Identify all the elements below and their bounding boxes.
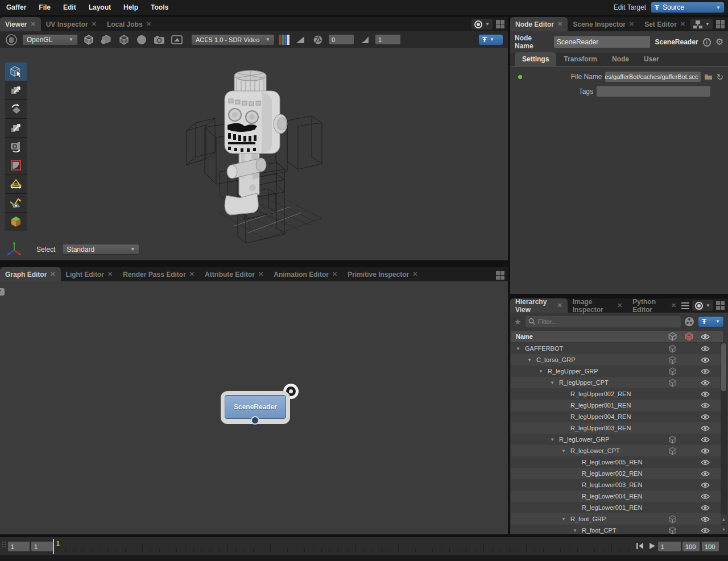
visibility-eye-icon[interactable] xyxy=(701,482,710,488)
visibility-eye-icon[interactable] xyxy=(701,527,710,534)
scrollbar-thumb[interactable] xyxy=(721,343,726,391)
exposure-field[interactable]: 0 xyxy=(329,35,354,44)
file-name-input[interactable]: rces/gafferBot/caches/gafferBot.scc xyxy=(605,72,701,82)
node-set-menu[interactable]: ▼ xyxy=(690,19,713,30)
info-icon[interactable]: i xyxy=(703,38,711,47)
play-button[interactable] xyxy=(649,542,656,550)
tab-node-editor[interactable]: Node Editor✕ xyxy=(510,17,568,31)
hierarchy-pin-dropdown[interactable]: Ŧ▼ xyxy=(698,316,724,327)
exposure-icon[interactable] xyxy=(293,34,307,46)
layout-menu-icon[interactable] xyxy=(496,271,504,280)
close-tab-icon[interactable]: ✕ xyxy=(107,271,113,278)
expansion-cube-icon[interactable] xyxy=(668,367,677,376)
lighting-sphere-icon[interactable] xyxy=(135,34,148,46)
tree-row-r_leglower_cpt[interactable]: ▼R_legLower_CPT xyxy=(511,445,723,456)
select-mode-dropdown[interactable]: Standard ▼ xyxy=(62,244,139,255)
visibility-eye-icon[interactable] xyxy=(701,391,710,397)
light-position-tool[interactable] xyxy=(5,175,27,193)
expansion-cube-icon[interactable] xyxy=(668,526,677,534)
tab-render-pass-editor[interactable]: Render Pass Editor✕ xyxy=(118,267,200,281)
menu-gaffer[interactable]: Gaffer xyxy=(0,3,32,11)
expand-arrow-icon[interactable]: ▼ xyxy=(561,448,566,454)
expand-arrow-icon[interactable]: ▼ xyxy=(573,528,577,533)
close-tab-icon[interactable]: ✕ xyxy=(557,20,562,28)
render-column-icon[interactable] xyxy=(685,332,693,341)
visibility-eye-icon[interactable] xyxy=(701,346,710,352)
tab-light-editor[interactable]: Light Editor✕ xyxy=(61,267,118,281)
tags-input[interactable] xyxy=(597,86,710,97)
expansion-cube-icon[interactable] xyxy=(668,344,677,353)
gamma-icon[interactable] xyxy=(358,34,371,46)
visibility-eye-icon[interactable] xyxy=(701,380,710,386)
tab-primitive-inspector[interactable]: Primitive Inspector✕ xyxy=(342,267,423,281)
visibility-eye-icon[interactable] xyxy=(701,414,710,420)
scroll-up-arrow[interactable]: ▲ xyxy=(721,514,727,524)
close-tab-icon[interactable]: ✕ xyxy=(189,271,195,278)
crop-window-tool[interactable] xyxy=(5,156,27,174)
tab-local-jobs[interactable]: Local Jobs✕ xyxy=(102,17,156,31)
close-tab-icon[interactable]: ✕ xyxy=(680,20,685,28)
visibility-eye-icon[interactable] xyxy=(701,402,710,409)
selection-tool[interactable] xyxy=(5,63,27,81)
tab-viewer[interactable]: Viewer✕ xyxy=(0,17,41,31)
close-tab-icon[interactable]: ✕ xyxy=(617,302,622,309)
menu-icon[interactable] xyxy=(681,302,689,309)
tree-row-r_legupper_cpt[interactable]: ▼R_legUpper_CPT xyxy=(511,377,723,388)
expand-arrow-icon[interactable]: ▼ xyxy=(516,346,520,351)
shutter-icon[interactable] xyxy=(311,34,325,46)
shading-mode-icon[interactable] xyxy=(82,34,96,46)
renderer-dropdown[interactable]: OpenGL ▼ xyxy=(22,34,78,45)
viewer-pin-dropdown[interactable]: Ŧ▼ xyxy=(478,34,503,45)
visualiser-tool[interactable] xyxy=(5,213,27,231)
tree-row-r_legupper_grp[interactable]: ▼R_legUpper_GRP xyxy=(511,365,723,377)
close-tab-icon[interactable]: ✕ xyxy=(92,20,97,28)
expansion-column-icon[interactable] xyxy=(668,332,677,341)
tree-row-r_legupper003_ren[interactable]: R_legUpper003_REN xyxy=(511,422,723,434)
viewer-focus-menu[interactable]: ▼ xyxy=(471,19,493,30)
menu-help[interactable]: Help xyxy=(117,3,144,11)
menu-tools[interactable]: Tools xyxy=(144,3,175,11)
visibility-column-icon[interactable] xyxy=(701,334,710,340)
close-tab-icon[interactable]: ✕ xyxy=(557,302,562,309)
expansion-mode-icon[interactable] xyxy=(100,34,113,46)
tree-row-r_leglower005_ren[interactable]: R_legLower005_REN xyxy=(511,456,723,468)
tree-row-r_legupper002_ren[interactable]: R_legUpper002_REN xyxy=(511,388,723,400)
go-to-start-button[interactable] xyxy=(636,542,644,550)
scroll-down-arrow[interactable]: ▼ xyxy=(721,525,727,534)
hierarchy-focus-menu[interactable]: ▼ xyxy=(692,300,713,311)
subtab-user[interactable]: User xyxy=(636,52,667,66)
expand-arrow-icon[interactable]: ▼ xyxy=(550,380,555,385)
close-tab-icon[interactable]: ✕ xyxy=(629,20,634,28)
close-tab-icon[interactable]: ✕ xyxy=(332,271,337,278)
subtab-settings[interactable]: Settings xyxy=(515,52,556,66)
visibility-eye-icon[interactable] xyxy=(701,437,710,443)
current-frame-field[interactable]: 1 xyxy=(658,542,681,551)
tree-row-r_foot_grp[interactable]: ▼R_foot_GRP xyxy=(511,513,723,525)
node-name-input[interactable]: SceneReader xyxy=(554,36,651,48)
visibility-eye-icon[interactable] xyxy=(701,505,710,511)
tab-animation-editor[interactable]: Animation Editor✕ xyxy=(268,267,342,281)
layout-menu-icon[interactable] xyxy=(496,20,504,28)
tree-row-r_legupper001_ren[interactable]: R_legUpper001_REN xyxy=(511,400,723,411)
visibility-eye-icon[interactable] xyxy=(701,425,710,431)
pan-hand-icon[interactable] xyxy=(5,34,18,46)
menu-layout[interactable]: Layout xyxy=(82,3,117,11)
tree-row-r_leglower002_ren[interactable]: R_legLower002_REN xyxy=(511,468,723,479)
timeline-ruler[interactable] xyxy=(0,537,728,555)
tree-row-r_legupper004_ren[interactable]: R_legUpper004_REN xyxy=(511,411,723,422)
expansion-cube-icon[interactable] xyxy=(668,356,677,364)
rgba-channels-icon[interactable] xyxy=(279,35,289,45)
graph-editor-canvas[interactable]: SceneReader xyxy=(0,281,508,534)
playback-end-field[interactable]: 100 xyxy=(682,542,700,551)
rotate-tool[interactable] xyxy=(5,100,27,118)
filter-input[interactable] xyxy=(538,318,678,325)
visibility-eye-icon[interactable] xyxy=(701,493,710,500)
scrollbar[interactable]: ▲ ▼ xyxy=(721,343,727,534)
expansion-cube-icon[interactable] xyxy=(668,435,677,444)
tree-row-gafferbot[interactable]: ▼GAFFERBOT xyxy=(511,343,723,354)
tab-graph-editor[interactable]: Graph Editor✕ xyxy=(0,267,61,281)
tree-row-r_leglower_grp[interactable]: ▼R_legLower_GRP xyxy=(511,434,723,445)
tree-row-c_torso_grp[interactable]: ▼C_torso_GRP xyxy=(511,354,723,365)
visibility-eye-icon[interactable] xyxy=(701,368,710,375)
frame-view-icon[interactable] xyxy=(170,34,184,46)
